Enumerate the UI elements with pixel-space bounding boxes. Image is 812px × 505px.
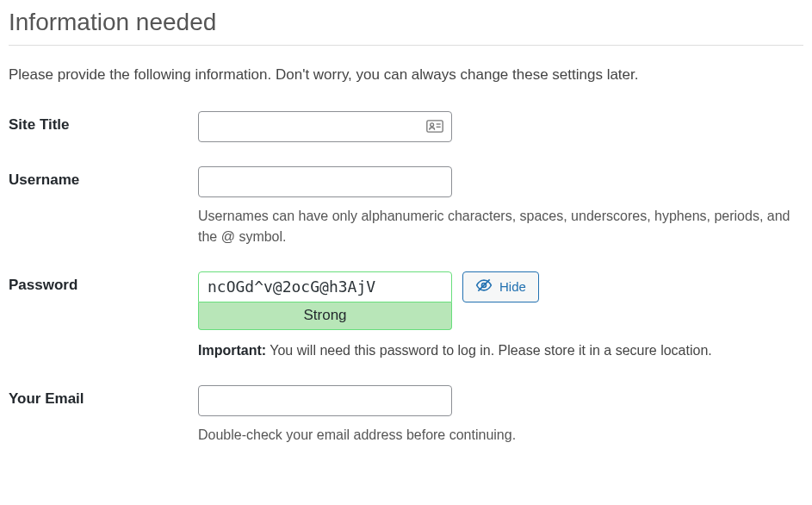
password-field: Strong Hide Important: You will need thi… (198, 271, 803, 361)
important-label: Important: (198, 343, 266, 358)
username-description: Usernames can have only alphanumeric cha… (198, 206, 801, 247)
email-field: Double-check your email address before c… (198, 385, 803, 446)
eye-slash-icon (475, 277, 493, 296)
email-description: Double-check your email address before c… (198, 425, 801, 446)
site-title-field (198, 111, 803, 142)
page-heading: Information needed (9, 9, 803, 36)
site-title-label: Site Title (9, 111, 198, 134)
email-label: Your Email (9, 385, 198, 408)
username-label: Username (9, 166, 198, 189)
password-row: Password Strong Hide (9, 271, 803, 361)
divider (9, 45, 803, 46)
email-input[interactable] (198, 385, 452, 416)
setup-form: Site Title Username Usernames (9, 111, 803, 446)
password-input[interactable] (198, 271, 452, 302)
username-field: Usernames can have only alphanumeric cha… (198, 166, 803, 247)
important-text: You will need this password to log in. P… (266, 343, 712, 358)
username-input[interactable] (198, 166, 452, 197)
password-label: Password (9, 271, 198, 294)
email-row: Your Email Double-check your email addre… (9, 385, 803, 446)
intro-text: Please provide the following information… (9, 65, 803, 85)
password-strength-meter: Strong (198, 302, 452, 330)
site-title-input[interactable] (198, 111, 452, 142)
site-title-row: Site Title (9, 111, 803, 142)
hide-password-button[interactable]: Hide (462, 271, 539, 302)
password-important-note: Important: You will need this password t… (198, 340, 803, 361)
username-row: Username Usernames can have only alphanu… (9, 166, 803, 247)
hide-button-label: Hide (499, 279, 526, 294)
